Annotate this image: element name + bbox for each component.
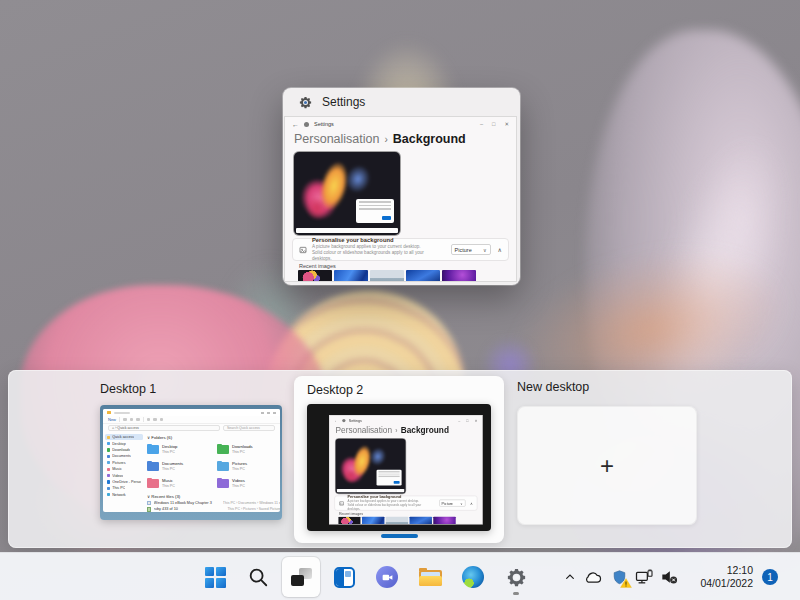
folder-tile: PicturesThis PC (217, 458, 280, 475)
music-icon (107, 468, 110, 471)
search-button[interactable] (239, 557, 277, 597)
breadcrumb-current: Background (401, 426, 449, 435)
picture-icon (339, 500, 344, 505)
close-icon: ✕ (504, 121, 509, 127)
sidebar-item: Documents (105, 453, 143, 459)
desktop2-thumbnail[interactable]: ← Settings – □ ✕ Personalisation › Backg… (307, 404, 491, 531)
desktop-icon (107, 442, 110, 445)
folder-tile: DocumentsThis PC (147, 458, 213, 475)
edge-button[interactable] (454, 557, 492, 597)
chevron-down-icon: ∨ (483, 247, 487, 253)
security-tray-button[interactable] (609, 567, 629, 587)
explorer-main: ∨ Folders (6) DesktopThis PC DownloadsTh… (147, 433, 280, 512)
close-icon: ✕ (474, 418, 477, 422)
recent-image-bloom (298, 270, 332, 282)
settings-window-preview: ← Settings – □ ✕ Personalisation › Backg… (284, 116, 517, 282)
recent-images-row (338, 517, 455, 525)
minimize-icon: – (458, 418, 460, 422)
recent-image-purple (433, 517, 455, 525)
preview-dialog (356, 199, 394, 223)
personalise-background-section: Personalise your background A picture ba… (334, 496, 477, 511)
section-title: Personalise your background (312, 237, 432, 245)
recent-images-label: Recent images (299, 263, 336, 269)
this-pc-icon (107, 487, 110, 490)
window-thumbnail-header: Settings (283, 88, 520, 116)
background-type-dropdown: Picture ∨ (451, 244, 491, 255)
settings-window-preview-small: ← Settings – □ ✕ Personalisation › Backg… (329, 415, 483, 525)
recent-files-header: ∨ Recent files (3) (147, 494, 280, 499)
explorer-titlebar (103, 409, 280, 416)
section-description: A picture background applies to your cur… (347, 500, 426, 512)
settings-titlebar: ← Settings – □ ✕ (330, 416, 482, 425)
settings-gear-icon (298, 95, 313, 110)
taskbar-clock[interactable]: 12:10 04/01/2022 (700, 564, 753, 590)
task-view-button[interactable] (282, 557, 320, 597)
file-explorer-button[interactable] (411, 557, 449, 597)
background-preview-image (294, 152, 400, 235)
folder-icon (107, 411, 111, 414)
chat-camera-icon (376, 566, 398, 588)
new-desktop-label[interactable]: New desktop (517, 380, 589, 394)
back-icon: ← (292, 121, 299, 128)
volume-tray-button[interactable] (659, 567, 679, 587)
windows-logo-icon (205, 567, 226, 588)
folder-icon (147, 479, 159, 488)
start-button[interactable] (196, 557, 234, 597)
desktop1-thumbnail[interactable]: New ⌂ › Quick access Search Quick access… (100, 405, 282, 520)
taskbar: 12:10 04/01/2022 1 (0, 552, 800, 600)
settings-button[interactable] (497, 557, 535, 597)
explorer-sidebar: Quick access Desktop Downloads Documents… (103, 433, 145, 512)
picture-icon (299, 246, 307, 254)
preview-bloom-shape (367, 445, 388, 468)
network-tray-button[interactable] (634, 567, 654, 587)
settings-gear-icon (505, 566, 528, 589)
screen: Settings ← Settings – □ ✕ Personalisatio… (0, 0, 800, 600)
explorer-tab (114, 412, 130, 414)
breadcrumb-parent: Personalisation (294, 132, 379, 146)
sidebar-item: Pictures (105, 460, 143, 466)
folder-icon (147, 445, 159, 454)
new-desktop-button[interactable]: + (517, 406, 697, 525)
preview-dialog (377, 470, 402, 486)
titlebar-app-name: Settings (349, 418, 362, 422)
recent-image-beach (386, 517, 408, 525)
task-view-icon (291, 568, 312, 586)
tray-chevron-up-button[interactable] (560, 567, 580, 587)
warning-triangle-icon (620, 577, 632, 589)
breadcrumb: Personalisation › Background (294, 132, 466, 146)
maximize-icon: □ (466, 418, 468, 422)
new-button: New (108, 417, 116, 422)
background-type-dropdown: Picture ∨ (439, 499, 465, 506)
window-thumbnail-title: Settings (322, 95, 365, 109)
desktop2-label[interactable]: Desktop 2 (307, 383, 363, 397)
notification-badge[interactable]: 1 (762, 569, 778, 585)
taskview-window-thumbnail-settings[interactable]: Settings ← Settings – □ ✕ Personalisatio… (283, 88, 520, 285)
file-explorer-icon (419, 568, 442, 586)
chat-button[interactable] (368, 557, 406, 597)
breadcrumb-separator-icon: › (395, 427, 397, 434)
clock-date: 04/01/2022 (700, 577, 753, 590)
folder-tile: MusicThis PC (147, 475, 213, 492)
recent-images-row (298, 270, 476, 282)
section-text: Personalise your background A picture ba… (312, 237, 432, 262)
section-description: A picture background applies to your cur… (312, 244, 432, 262)
onedrive-tray-button[interactable] (583, 567, 603, 587)
recent-image-beach (370, 270, 404, 282)
widgets-button[interactable] (325, 557, 363, 597)
minimize-icon: – (480, 121, 483, 127)
downloads-icon (107, 448, 110, 451)
dropdown-value: Picture (455, 247, 472, 253)
documents-icon (107, 455, 110, 458)
chevron-up-icon: ∧ (498, 246, 502, 253)
recent-image-bloom (338, 517, 360, 525)
window-controls (261, 412, 276, 414)
breadcrumb-current: Background (393, 132, 466, 146)
explorer-command-bar: New (103, 416, 280, 424)
desktop1-label[interactable]: Desktop 1 (100, 382, 156, 396)
onedrive-icon (107, 480, 110, 483)
pictures-icon (107, 461, 110, 464)
recent-image-blue-silk (362, 517, 384, 525)
breadcrumb-separator-icon: › (384, 134, 387, 145)
address-field: ⌂ › Quick access (108, 425, 220, 431)
folder-icon (217, 445, 229, 454)
